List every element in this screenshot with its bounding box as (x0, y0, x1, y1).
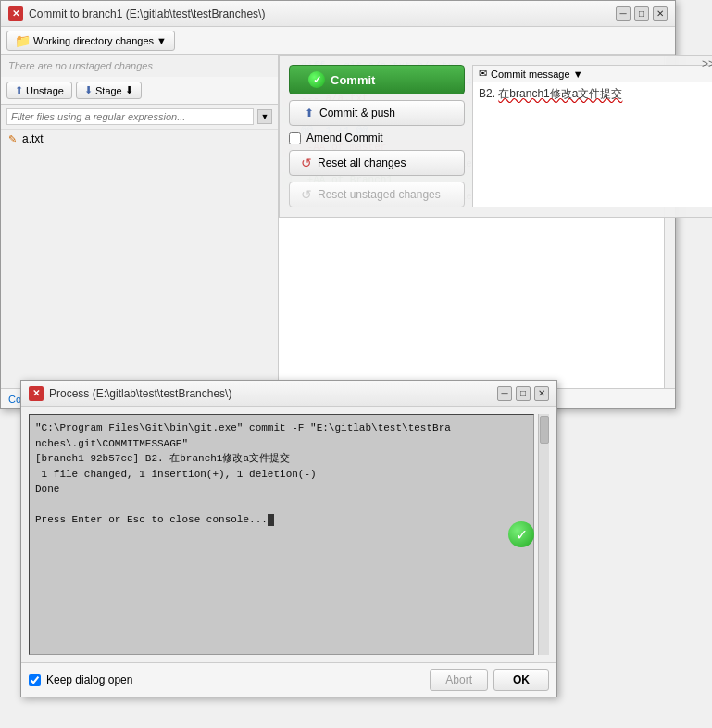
commit-message-text: B2. 在branch1修改a文件提交 (479, 87, 622, 100)
reset-unstaged-label: Reset unstaged changes (318, 188, 441, 201)
stage-extra-icon: ⬇ (125, 84, 133, 96)
terminal-line: Press Enter or Esc to close console... (35, 512, 528, 528)
terminal-line: nches\.git\COMMITMESSAGE" (35, 436, 528, 452)
toolbar: 📁 Working directory changes ▼ (1, 27, 675, 55)
commit-message-chinese: 在branch1修改a文件提交 (498, 87, 622, 100)
commit-button[interactable]: ✓ Commit (289, 65, 465, 94)
commit-push-button[interactable]: ⬆ Commit & push (289, 100, 465, 126)
terminal-scrollbar-thumb (540, 416, 549, 444)
right-panel: diff --git a/a.txt b/a.txt index bce4adb… (279, 55, 675, 388)
working-dir-label: Working directory changes ▼ (33, 35, 167, 46)
title-bar-controls: ─ □ ✕ (616, 6, 668, 21)
cursor (268, 514, 274, 526)
process-content: "C:\Program Files\Git\bin\git.exe" commi… (21, 407, 556, 662)
terminal-line: "C:\Program Files\Git\bin\git.exe" commi… (35, 420, 528, 436)
file-edit-icon: ✎ (8, 133, 17, 145)
amend-commit-text: Amend Commit (306, 132, 383, 144)
unstage-label: Unstage (26, 85, 64, 96)
app-icon: ✕ (8, 6, 23, 21)
reset-all-changes-button[interactable]: ↺ Reset all changes (289, 150, 465, 176)
filter-dropdown-button[interactable]: ▼ (257, 109, 272, 124)
process-terminal[interactable]: "C:\Program Files\Git\bin\git.exe" commi… (29, 414, 534, 655)
unstage-button[interactable]: ⬆ Unstage (6, 82, 72, 99)
success-check-icon: ✓ (508, 521, 534, 547)
left-panel: There are no unstaged changes ⬆ Unstage … (1, 55, 279, 388)
commit-top-row: ✓ Commit ⬆ Commit & push Amend Commit (289, 65, 712, 207)
terminal-line: 1 file changed, 1 insertion(+), 1 deleti… (35, 467, 528, 483)
main-content: There are no unstaged changes ⬆ Unstage … (1, 55, 675, 388)
commit-push-icon: ⬆ (305, 107, 314, 119)
commit-label: Commit (331, 73, 375, 87)
list-item[interactable]: ✎ a.txt (1, 130, 278, 148)
unstage-stage-btns: ⬆ Unstage ⬇ Stage ⬇ (6, 82, 142, 99)
process-maximize-button[interactable]: □ (516, 386, 531, 401)
stage-label: Stage (95, 85, 122, 96)
commit-push-label: Commit & push (319, 107, 395, 119)
terminal-line (35, 497, 528, 513)
reset-all-label: Reset all changes (318, 157, 406, 169)
terminal-line: Done (35, 482, 528, 497)
maximize-button[interactable]: □ (634, 6, 649, 21)
ok-button[interactable]: OK (493, 669, 549, 691)
keep-dialog-text: Keep dialog open (46, 673, 132, 686)
window-title: Commit to branch1 (E:\gitlab\test\testBr… (29, 7, 265, 20)
close-button[interactable]: ✕ (653, 6, 668, 21)
unstage-stage-bar: ⬆ Unstage ⬇ Stage ⬇ (1, 77, 278, 105)
no-changes-text: There are no unstaged changes (1, 55, 278, 77)
process-title-controls: ─ □ ✕ (497, 386, 549, 401)
stage-button[interactable]: ⬇ Stage ⬇ (76, 82, 142, 99)
reset-unstaged-button: ↺ Reset unstaged changes (289, 182, 465, 207)
expand-icon[interactable]: >> (698, 56, 712, 72)
commit-message-header-label: Commit message ▼ (491, 69, 583, 80)
process-close-button[interactable]: ✕ (534, 386, 549, 401)
commit-window: ✕ Commit to branch1 (E:\gitlab\test\test… (0, 0, 676, 409)
bottom-buttons: Abort OK (430, 669, 549, 691)
file-list: ✎ a.txt (1, 130, 278, 388)
abort-button[interactable]: Abort (430, 669, 488, 691)
amend-commit-label[interactable]: Amend Commit (289, 132, 465, 144)
reset-icon: ↺ (301, 156, 312, 170)
file-name: a.txt (22, 132, 44, 145)
commit-check-icon: ✓ (308, 71, 325, 88)
commit-overlay: ✓ Commit ⬆ Commit & push Amend Commit (279, 55, 712, 218)
process-window: ✕ Process (E:\gitlab\test\testBranches\)… (20, 380, 557, 697)
folder-icon: 📁 (15, 33, 31, 48)
reset-unstaged-icon: ↺ (301, 187, 312, 202)
process-minimize-button[interactable]: ─ (497, 386, 512, 401)
abort-label: Abort (445, 673, 472, 686)
stage-down-icon: ⬇ (84, 84, 93, 96)
title-bar: ✕ Commit to branch1 (E:\gitlab\test\test… (1, 1, 675, 27)
terminal-wrap: "C:\Program Files\Git\bin\git.exe" commi… (29, 414, 549, 655)
bottom-bar: Keep dialog open Abort OK (21, 662, 556, 697)
process-app-icon: ✕ (29, 386, 44, 401)
process-title-left: ✕ Process (E:\gitlab\test\testBranches\) (29, 386, 231, 401)
filter-input[interactable] (6, 108, 254, 125)
title-bar-left: ✕ Commit to branch1 (E:\gitlab\test\test… (8, 6, 265, 21)
filter-row: ▼ (1, 105, 278, 130)
keep-dialog-label[interactable]: Keep dialog open (29, 673, 132, 686)
process-window-title: Process (E:\gitlab\test\testBranches\) (49, 387, 231, 400)
ok-label: OK (513, 673, 530, 686)
minimize-button[interactable]: ─ (616, 6, 631, 21)
unstage-icon: ⬆ (15, 84, 23, 96)
commit-message-body: B2. 在branch1修改a文件提交 (473, 82, 712, 106)
keep-dialog-checkbox[interactable] (29, 674, 41, 686)
mail-icon: ✉ (479, 68, 487, 80)
commit-message-panel: ✉ Commit message ▼ B2. 在branch1修改a文件提交 (472, 65, 712, 207)
commit-message-header: ✉ Commit message ▼ (473, 66, 712, 82)
commit-left-buttons: ✓ Commit ⬆ Commit & push Amend Commit (289, 65, 465, 207)
working-dir-button[interactable]: 📁 Working directory changes ▼ (6, 31, 175, 51)
amend-commit-checkbox[interactable] (289, 132, 301, 144)
process-title-bar: ✕ Process (E:\gitlab\test\testBranches\)… (21, 381, 556, 407)
terminal-scrollbar[interactable] (538, 414, 549, 655)
terminal-line: [branch1 92b57ce] B2. 在branch1修改a文件提交 (35, 451, 528, 467)
